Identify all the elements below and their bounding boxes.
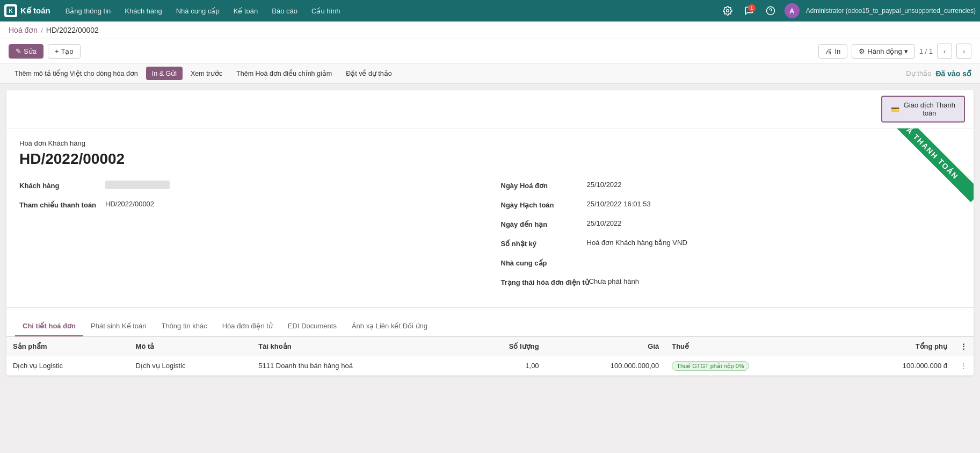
row-description: Dịch vụ Logistic xyxy=(129,356,252,376)
accounting-date-value: 25/10/2022 16:01:53 xyxy=(587,200,961,208)
credit-card-icon: 💳 xyxy=(891,105,899,113)
supplier-row: Nhà cung cấp xyxy=(501,258,961,272)
nav-reports[interactable]: Báo cáo xyxy=(265,4,304,18)
row-tax: Thuế GTGT phải nộp 0% xyxy=(665,356,841,376)
accounting-date-row: Ngày Hạch toán 25/10/2022 16:01:53 xyxy=(501,200,961,214)
nav-accounting[interactable]: Kế toán xyxy=(227,4,265,18)
print-button[interactable]: 🖨 In xyxy=(818,44,847,59)
action-preview[interactable]: Xem trước xyxy=(185,67,228,80)
tab-invoice-detail[interactable]: Chi tiết hoá đơn xyxy=(15,317,83,336)
chevron-down-icon: ▾ xyxy=(904,47,908,55)
payment-transaction-label: Giao dịch Thanhtoán xyxy=(904,101,955,117)
edit-button[interactable]: ✎ Sửa xyxy=(9,44,43,59)
nav-suppliers[interactable]: Nhà cung cấp xyxy=(170,4,226,18)
customer-label: Khách hàng xyxy=(19,181,105,190)
due-date-value: 25/10/2022 xyxy=(587,219,961,227)
help-icon-btn[interactable] xyxy=(763,3,778,18)
customer-value xyxy=(105,181,469,191)
col-price: Giá xyxy=(546,337,666,356)
status-draft: Dự thảo xyxy=(906,69,931,77)
invoice-date-label: Ngày Hoá đơn xyxy=(501,181,587,190)
notification-badge: 1 xyxy=(748,4,756,12)
row-subtotal: 100.000.000 đ xyxy=(841,356,954,376)
create-label: Tạo xyxy=(61,47,74,55)
settings-icon-btn[interactable] xyxy=(720,3,735,18)
col-actions: ⋮ xyxy=(954,337,974,356)
row-quantity: 1,00 xyxy=(462,356,546,376)
user-avatar[interactable]: A xyxy=(785,3,800,18)
edit-icon: ✎ xyxy=(16,47,21,55)
tab-mapping[interactable]: Ánh xạ Liên kết Đối ứng xyxy=(344,317,435,336)
col-tax: Thuế xyxy=(665,337,841,356)
invoice-date-row: Ngày Hoá đơn 25/10/2022 xyxy=(501,181,961,195)
tabs-bar: Chi tiết hoá đơn Phát sinh Kế toán Thông… xyxy=(6,317,974,336)
tab-edi-documents[interactable]: EDI Documents xyxy=(280,317,344,336)
payment-transaction-button[interactable]: 💳 Giao dịch Thanhtoán xyxy=(881,96,965,123)
invoice-number: HD/2022/00002 xyxy=(19,150,961,168)
invoice-form: ĐÃ THANH TOÁN Hoá đơn Khách hàng HD/2022… xyxy=(6,128,974,307)
svg-point-2 xyxy=(727,10,729,12)
table-row: Dịch vụ Logistic Dịch vụ Logistic 5111 D… xyxy=(6,356,974,376)
pagination-next[interactable]: › xyxy=(956,44,971,59)
nav-customers[interactable]: Khách hàng xyxy=(118,4,168,18)
due-date-row: Ngày đến hạn 25/10/2022 xyxy=(501,219,961,233)
e-invoice-status-label: Trạng thái hóa đơn điện tử xyxy=(501,277,589,286)
customer-field-row: Khách hàng xyxy=(19,181,469,195)
action-reset-draft[interactable]: Đặt về dự thảo xyxy=(340,67,398,80)
tab-other-info[interactable]: Thông tin khác xyxy=(154,317,214,336)
create-icon: + xyxy=(55,47,59,55)
top-navigation: K Kế toán Bảng thông tin Khách hàng Nhà … xyxy=(0,0,980,21)
divider xyxy=(6,307,974,308)
printer-icon: 🖨 xyxy=(825,47,832,55)
journal-label: Số nhật ký xyxy=(501,239,587,248)
status-posted: Đã vào sổ xyxy=(935,69,971,78)
row-price: 100.000.000,00 xyxy=(546,356,666,376)
action-print-send[interactable]: In & Gửi xyxy=(146,67,183,80)
breadcrumb-parent[interactable]: Hoá đơn xyxy=(9,26,38,34)
customer-blurred xyxy=(105,181,170,189)
toolbar-right: 🖨 In ⚙ Hành động ▾ 1 / 1 ‹ › xyxy=(818,44,971,59)
gear-icon: ⚙ xyxy=(859,47,865,55)
logo-icon: K xyxy=(4,4,17,17)
app-name: Kế toán xyxy=(20,6,50,16)
nav-menu: Bảng thông tin Khách hàng Nhà cung cấp K… xyxy=(59,4,347,18)
create-button[interactable]: + Tạo xyxy=(48,44,81,59)
invoice-table: Sản phẩm Mô tả Tài khoản Số lượng Giá Th… xyxy=(6,336,974,376)
pagination-prev[interactable]: ‹ xyxy=(937,44,952,59)
col-product: Sản phẩm xyxy=(6,337,129,356)
tax-badge: Thuế GTGT phải nộp 0% xyxy=(672,361,749,371)
breadcrumb-separator: / xyxy=(41,26,43,34)
nav-config[interactable]: Cấu hình xyxy=(305,4,347,18)
app-logo[interactable]: K Kế toán xyxy=(4,4,50,17)
pagination-info: 1 / 1 xyxy=(919,47,933,55)
journal-value: Hoá đơn Khách hàng bằng VND xyxy=(587,239,961,247)
payment-ref-value: HD/2022/00002 xyxy=(105,200,469,208)
breadcrumb-current: HD/2022/00002 xyxy=(46,26,99,34)
row-account: 5111 Doanh thu bán hàng hoá xyxy=(252,356,461,376)
left-fields: Khách hàng Tham chiếu thanh toán HD/2022… xyxy=(19,181,490,297)
tab-accounting[interactable]: Phát sinh Kế toán xyxy=(83,317,154,336)
col-quantity: Số lượng xyxy=(462,337,546,356)
invoice-date-value: 25/10/2022 xyxy=(587,181,961,189)
print-label: In xyxy=(834,47,840,55)
status-area: Dự thảo Đã vào sổ xyxy=(906,69,971,78)
col-description: Mô tả xyxy=(129,337,252,356)
toolbar: ✎ Sửa + Tạo 🖨 In ⚙ Hành động ▾ 1 / 1 ‹ › xyxy=(0,39,980,63)
payment-ref-label: Tham chiếu thanh toán xyxy=(19,200,105,209)
col-account: Tài khoản xyxy=(252,337,461,356)
action-add-credit-note[interactable]: Thêm Hoá đơn điều chỉnh giảm xyxy=(230,67,338,80)
chat-icon-btn[interactable]: 1 xyxy=(742,3,757,18)
svg-text:K: K xyxy=(9,8,13,14)
edit-label: Sửa xyxy=(24,47,37,55)
tab-e-invoice[interactable]: Hóa đơn điện tử xyxy=(215,317,280,336)
col-subtotal: Tổng phụ xyxy=(841,337,954,356)
supplier-label: Nhà cung cấp xyxy=(501,258,587,267)
breadcrumb: Hoá đơn / HD/2022/00002 xyxy=(0,21,980,39)
journal-row: Số nhật ký Hoá đơn Khách hàng bằng VND xyxy=(501,239,961,253)
row-menu-icon[interactable]: ⋮ xyxy=(954,356,974,376)
nav-dashboard[interactable]: Bảng thông tin xyxy=(59,4,118,18)
action-button[interactable]: ⚙ Hành động ▾ xyxy=(852,44,914,59)
invoice-fields: Khách hàng Tham chiếu thanh toán HD/2022… xyxy=(19,181,961,297)
main-content: 💳 Giao dịch Thanhtoán ĐÃ THANH TOÁN Hoá … xyxy=(6,90,974,376)
action-add-description[interactable]: Thêm mô tả tiếng Việt cho dòng hóa đơn xyxy=(9,67,144,80)
